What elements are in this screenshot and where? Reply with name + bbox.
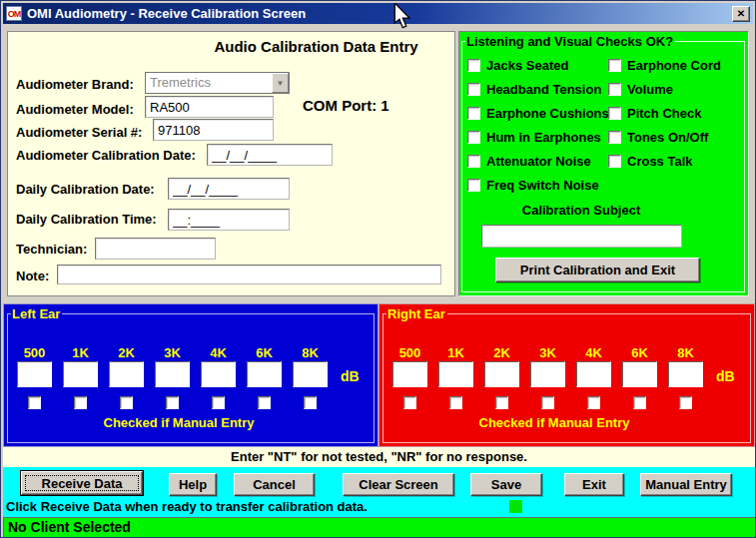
mouse-cursor <box>393 3 411 30</box>
check-pitch-check[interactable]: Pitch Check <box>608 106 701 121</box>
right-ear-1k-input[interactable] <box>438 361 473 387</box>
left-ear-2k-input[interactable] <box>109 361 144 387</box>
left-ear-8k-manual-checkbox[interactable] <box>304 396 317 409</box>
left-ear-6k-input[interactable] <box>247 361 282 387</box>
headband-tension-checkbox[interactable] <box>467 83 480 96</box>
right-ear-2k-input[interactable] <box>484 361 519 387</box>
right-ear-2k-manual-checkbox[interactable] <box>495 396 508 409</box>
freq-switch-noise-checkbox[interactable] <box>467 179 480 192</box>
left-ear-6k-manual-checkbox[interactable] <box>258 396 271 409</box>
right-ear-6k-manual-checkbox[interactable] <box>633 396 646 409</box>
receive-data-button[interactable]: Receive Data <box>21 471 143 495</box>
technician-label: Technician: <box>16 242 87 257</box>
right-ear-manual-entry-label: Checked if Manual Entry <box>379 415 729 430</box>
daily-cal-time-label: Daily Calibration Time: <box>16 212 157 227</box>
right-ear-8k-input[interactable] <box>668 361 703 387</box>
left-ear-2k-manual-checkbox[interactable] <box>120 396 133 409</box>
dropdown-arrow-icon[interactable]: ▼ <box>272 73 289 93</box>
print-calibration-button[interactable]: Print Calibration and Exit <box>495 258 700 282</box>
technician-input[interactable] <box>95 238 216 260</box>
right-ear-4k-manual-checkbox[interactable] <box>587 396 600 409</box>
check-earphone-cushions[interactable]: Earphone Cushions <box>467 106 609 121</box>
close-icon: ✕ <box>737 8 745 19</box>
receive-data-hint: Click Receive Data when ready to transfe… <box>6 499 368 514</box>
right-ear-4k-input[interactable] <box>576 361 611 387</box>
close-button[interactable]: ✕ <box>732 6 750 22</box>
left-ear-3k-manual-checkbox[interactable] <box>166 396 179 409</box>
left-ear-panel: Left Ear 500 1K 2K 3K <box>3 303 378 447</box>
check-earphone-cord[interactable]: Earphone Cord <box>608 58 721 73</box>
clear-screen-button[interactable]: Clear Screen <box>343 473 454 496</box>
right-ear-col-2k: 2K <box>484 345 519 409</box>
daily-cal-date-input[interactable] <box>168 178 290 200</box>
daily-cal-date-label: Daily Calibration Date: <box>16 182 155 197</box>
right-ear-col-6k: 6K <box>622 345 657 409</box>
com-port-text: COM Port: 1 <box>303 97 389 114</box>
audiometer-serial-input[interactable] <box>153 119 274 141</box>
left-ear-500-input[interactable] <box>17 361 52 387</box>
audiometer-cal-date-input[interactable] <box>207 144 333 166</box>
cancel-button[interactable]: Cancel <box>234 473 315 496</box>
audiometer-model-input[interactable] <box>145 96 274 118</box>
calibration-subject-input[interactable] <box>481 225 682 248</box>
app-icon: OM <box>6 6 22 21</box>
right-ear-8k-manual-checkbox[interactable] <box>679 396 692 409</box>
help-button[interactable]: Help <box>169 473 217 496</box>
left-ear-1k-manual-checkbox[interactable] <box>74 396 87 409</box>
jacks-seated-checkbox[interactable] <box>467 59 480 72</box>
toolbar: Receive Data Help Cancel Clear Screen Sa… <box>3 467 755 517</box>
cross-talk-checkbox[interactable] <box>608 155 621 168</box>
check-freq-switch-noise[interactable]: Freq Switch Noise <box>467 178 599 193</box>
checks-panel: Listening and Visual Checks OK? Jacks Se… <box>458 31 749 296</box>
attenuator-noise-checkbox[interactable] <box>467 155 480 168</box>
right-ear-db-label: dB <box>716 368 735 384</box>
earphone-cord-checkbox[interactable] <box>608 59 621 72</box>
audiometer-brand-label: Audiometer Brand: <box>16 77 134 92</box>
left-ear-1k-input[interactable] <box>63 361 98 387</box>
note-input[interactable] <box>57 265 441 284</box>
right-ear-col-1k: 1K <box>438 345 473 409</box>
volume-checkbox[interactable] <box>608 83 621 96</box>
note-label: Note: <box>16 269 49 283</box>
instruction-bar: Enter "NT" for not tested, "NR" for no r… <box>3 447 755 467</box>
audiometer-brand-value: Tremetrics <box>146 73 272 93</box>
check-cross-talk[interactable]: Cross Talk <box>608 154 693 169</box>
save-button[interactable]: Save <box>470 473 542 496</box>
earphone-cushions-checkbox[interactable] <box>467 107 480 120</box>
right-ear-panel: Right Ear 500 1K 2K 3K <box>378 303 755 447</box>
title-bar[interactable]: OM OMI Audiometry - Receive Calibration … <box>3 3 753 24</box>
pitch-check-checkbox[interactable] <box>608 107 621 120</box>
right-ear-col-3k: 3K <box>530 345 565 409</box>
check-hum-in-earphones[interactable]: Hum in Earphones <box>467 130 601 145</box>
left-ear-db-label: dB <box>341 368 360 384</box>
left-ear-4k-input[interactable] <box>201 361 236 387</box>
left-ear-8k-input[interactable] <box>293 361 328 387</box>
client-status-bar: No Client Selected <box>3 517 755 537</box>
left-ear-3k-input[interactable] <box>155 361 190 387</box>
check-tones-on-off[interactable]: Tones On/Off <box>608 130 708 145</box>
checks-panel-title: Listening and Visual Checks OK? <box>465 34 675 49</box>
right-ear-3k-manual-checkbox[interactable] <box>541 396 554 409</box>
left-ear-col-2k: 2K <box>109 345 144 409</box>
audiometer-brand-select[interactable]: Tremetrics ▼ <box>145 72 290 94</box>
right-ear-freq-row: 500 1K 2K 3K 4K <box>379 345 703 409</box>
left-ear-4k-manual-checkbox[interactable] <box>212 396 225 409</box>
daily-cal-time-input[interactable] <box>168 209 290 231</box>
left-ear-col-3k: 3K <box>155 345 190 409</box>
check-volume[interactable]: Volume <box>608 82 673 97</box>
right-ear-500-input[interactable] <box>392 361 427 387</box>
right-ear-1k-manual-checkbox[interactable] <box>449 396 462 409</box>
right-ear-500-manual-checkbox[interactable] <box>403 396 416 409</box>
check-jacks-seated[interactable]: Jacks Seated <box>467 58 568 73</box>
exit-button[interactable]: Exit <box>564 473 624 496</box>
right-ear-3k-input[interactable] <box>530 361 565 387</box>
tones-on-off-checkbox[interactable] <box>608 131 621 144</box>
manual-entry-button[interactable]: Manual Entry <box>640 473 732 496</box>
right-ear-col-4k: 4K <box>576 345 611 409</box>
check-headband-tension[interactable]: Headband Tension <box>467 82 601 97</box>
check-attenuator-noise[interactable]: Attenuator Noise <box>467 154 591 169</box>
left-ear-manual-entry-label: Checked if Manual Entry <box>4 415 354 430</box>
left-ear-500-manual-checkbox[interactable] <box>28 396 41 409</box>
right-ear-6k-input[interactable] <box>622 361 657 387</box>
hum-in-earphones-checkbox[interactable] <box>467 131 480 144</box>
